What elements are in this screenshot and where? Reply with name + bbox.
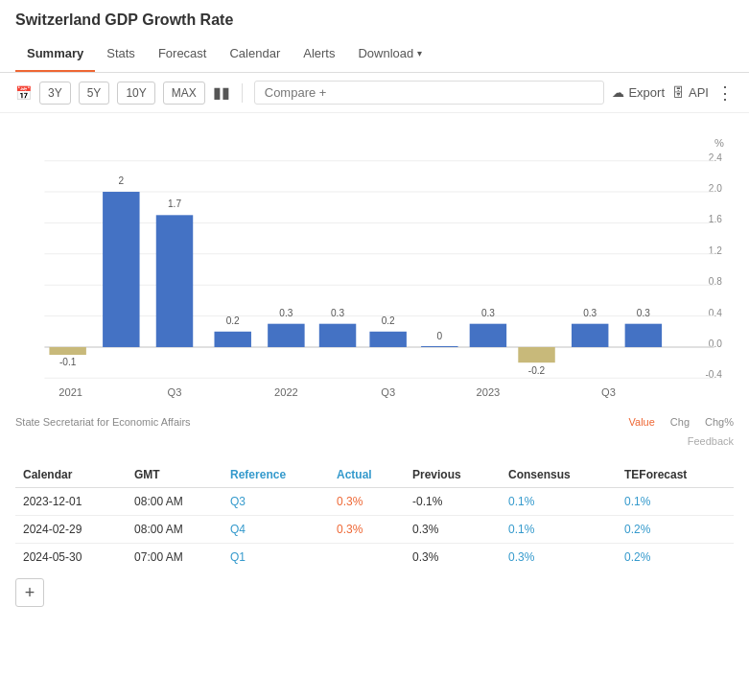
tab-stats[interactable]: Stats — [95, 36, 147, 72]
tab-alerts[interactable]: Alerts — [292, 36, 346, 72]
tab-download[interactable]: Download ▾ — [346, 36, 433, 72]
svg-rect-34 — [470, 324, 506, 347]
svg-text:Q3: Q3 — [168, 386, 182, 398]
svg-text:0.3: 0.3 — [583, 308, 597, 318]
chart-type-icon[interactable]: ▮▮ — [213, 83, 230, 102]
tab-summary[interactable]: Summary — [15, 36, 95, 72]
col-gmt: GMT — [127, 462, 222, 488]
period-10y[interactable]: 10Y — [117, 82, 154, 105]
cell-reference-0: Q3 — [222, 488, 329, 516]
svg-rect-20 — [103, 192, 139, 347]
svg-rect-30 — [369, 332, 406, 347]
value-link[interactable]: Value — [629, 416, 655, 428]
svg-rect-28 — [319, 324, 356, 347]
chart-container: % 2.4 2.0 1.6 1.2 0.8 0.4 0.0 -0.4 -0.1 … — [0, 113, 749, 410]
export-button[interactable]: ☁ Export — [612, 85, 665, 100]
svg-text:2021: 2021 — [59, 386, 82, 398]
cell-actual-0: 0.3% — [329, 488, 405, 516]
period-max[interactable]: MAX — [163, 82, 205, 105]
svg-rect-24 — [214, 332, 250, 347]
svg-rect-36 — [518, 347, 554, 362]
table-row: 2023-12-01 08:00 AM Q3 0.3% -0.1% 0.1% 0… — [15, 488, 734, 516]
period-5y[interactable]: 5Y — [79, 82, 110, 105]
cell-gmt-1: 08:00 AM — [127, 516, 222, 544]
cell-reference-1: Q4 — [222, 516, 329, 544]
db-icon: 🗄 — [672, 85, 685, 100]
svg-text:0.3: 0.3 — [481, 308, 495, 318]
cell-teforecast-1: 0.2% — [617, 516, 734, 544]
col-consensus: Consensus — [501, 462, 617, 488]
svg-text:-0.1: -0.1 — [59, 357, 77, 367]
svg-text:0.3: 0.3 — [637, 308, 650, 318]
svg-text:0.3: 0.3 — [279, 308, 293, 318]
svg-text:0.2: 0.2 — [226, 315, 240, 326]
svg-text:2022: 2022 — [274, 386, 298, 398]
col-teforecast: TEForecast — [617, 462, 734, 488]
svg-text:0.2: 0.2 — [382, 315, 395, 326]
cell-calendar-1: 2024-02-29 — [15, 516, 127, 544]
chgpct-link[interactable]: Chg% — [705, 416, 734, 428]
cell-actual-2 — [329, 544, 405, 572]
cell-calendar-2: 2024-05-30 — [15, 544, 127, 572]
chart-footer-right: Value Chg Chg% — [629, 416, 734, 428]
svg-text:2: 2 — [119, 175, 125, 186]
chart-svg: % 2.4 2.0 1.6 1.2 0.8 0.4 0.0 -0.4 -0.1 … — [15, 128, 734, 410]
cell-gmt-0: 08:00 AM — [127, 488, 222, 516]
more-button[interactable]: ⋮ — [716, 82, 734, 104]
svg-text:2023: 2023 — [477, 386, 501, 398]
calendar-icon[interactable]: 📅 — [15, 85, 32, 101]
api-label: API — [689, 85, 709, 100]
table-row: 2024-05-30 07:00 AM Q1 0.3% 0.3% 0.2% — [15, 544, 734, 572]
svg-rect-18 — [49, 347, 85, 355]
svg-text:%: % — [714, 137, 724, 149]
cell-gmt-2: 07:00 AM — [127, 544, 222, 572]
svg-rect-32 — [421, 346, 457, 347]
add-row-button[interactable]: + — [15, 578, 44, 607]
cell-previous-2: 0.3% — [405, 544, 501, 572]
chart-source: State Secretariat for Economic Affairs — [15, 416, 191, 428]
svg-rect-26 — [268, 324, 304, 347]
toolbar: 📅 3Y 5Y 10Y MAX ▮▮ ☁ Export 🗄 API ⋮ — [0, 73, 749, 113]
cell-consensus-0: 0.1% — [501, 488, 617, 516]
col-reference: Reference — [222, 462, 329, 488]
cell-reference-2: Q1 — [222, 544, 329, 572]
tab-calendar[interactable]: Calendar — [218, 36, 292, 72]
toolbar-right: ☁ Export 🗄 API ⋮ — [612, 82, 734, 104]
svg-rect-38 — [572, 324, 608, 347]
tab-forecast[interactable]: Forecast — [147, 36, 219, 72]
cell-teforecast-0: 0.1% — [617, 488, 734, 516]
svg-text:0.3: 0.3 — [331, 308, 344, 318]
svg-text:1.7: 1.7 — [168, 198, 181, 209]
api-button[interactable]: 🗄 API — [672, 85, 709, 100]
table-section: Calendar GMT Reference Actual Previous C… — [0, 455, 749, 622]
svg-text:-0.2: -0.2 — [528, 365, 546, 376]
cell-previous-0: -0.1% — [405, 488, 501, 516]
cell-teforecast-2: 0.2% — [617, 544, 734, 572]
cell-consensus-2: 0.3% — [501, 544, 617, 572]
chevron-down-icon: ▾ — [417, 48, 422, 58]
col-calendar: Calendar — [15, 462, 127, 488]
table-row: 2024-02-29 08:00 AM Q4 0.3% 0.3% 0.1% 0.… — [15, 516, 734, 544]
cell-actual-1: 0.3% — [329, 516, 405, 544]
compare-input[interactable] — [254, 81, 605, 105]
chg-link[interactable]: Chg — [670, 416, 690, 428]
page-title: Switzerland GDP Growth Rate — [0, 0, 749, 36]
cloud-icon: ☁ — [612, 85, 624, 100]
nav-tabs: Summary Stats Forecast Calendar Alerts D… — [0, 36, 749, 73]
svg-rect-40 — [625, 324, 662, 347]
feedback[interactable]: Feedback — [0, 433, 749, 455]
col-previous: Previous — [405, 462, 501, 488]
data-table: Calendar GMT Reference Actual Previous C… — [15, 462, 734, 571]
export-label: Export — [628, 85, 665, 100]
svg-text:Q3: Q3 — [381, 386, 395, 398]
cell-consensus-1: 0.1% — [501, 516, 617, 544]
svg-rect-22 — [156, 215, 193, 347]
period-3y[interactable]: 3Y — [39, 82, 71, 105]
separator — [242, 83, 243, 103]
svg-text:0: 0 — [437, 331, 443, 341]
svg-text:Q3: Q3 — [601, 386, 616, 398]
cell-previous-1: 0.3% — [405, 516, 501, 544]
col-actual: Actual — [329, 462, 405, 488]
cell-calendar-0: 2023-12-01 — [15, 488, 127, 516]
chart-footer: State Secretariat for Economic Affairs V… — [0, 410, 749, 433]
